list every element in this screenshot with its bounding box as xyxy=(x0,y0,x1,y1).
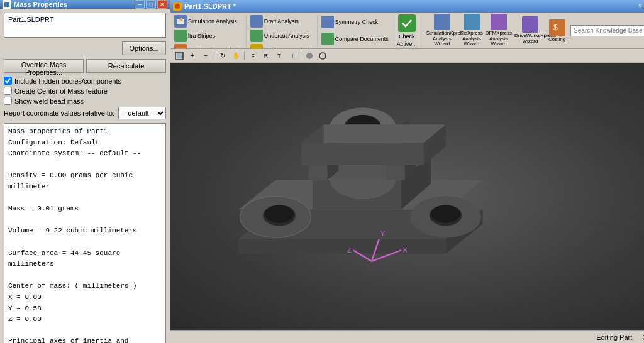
floxpress-icon xyxy=(464,14,480,30)
result-line: Mass = 0.01 grams xyxy=(8,204,162,215)
result-line xyxy=(8,237,162,248)
toolbar-divider xyxy=(214,52,214,60)
result-line xyxy=(8,325,162,337)
dialog-title: Mass Properties xyxy=(14,1,67,8)
svg-rect-6 xyxy=(177,53,182,58)
result-line: Coordinate system: -- default -- xyxy=(8,148,162,160)
ribbon-toolbar: Simulation Analysis ltra Stripes Parting… xyxy=(170,13,644,49)
maximize-button[interactable]: □ xyxy=(146,0,156,9)
zoom-fit-btn[interactable] xyxy=(173,50,186,62)
result-line: Principal axes of inertia and principal … xyxy=(8,336,162,343)
result-line xyxy=(8,193,162,204)
dfmxpress-wizard-btn[interactable]: DFMXpress Analysis Wizard xyxy=(486,14,512,47)
costing-btn[interactable]: $ Costing xyxy=(548,19,565,42)
undercut-analysis-label: Undercut Analysis xyxy=(264,33,309,39)
pan-btn[interactable]: ✋ xyxy=(230,50,242,62)
part-name-display: Part1.SLDPRT xyxy=(4,13,166,38)
parting-line-icon xyxy=(174,44,187,50)
create-center-label: Create Center of Mass feature xyxy=(14,87,108,95)
status-bar: Editing Part Custom ! xyxy=(170,330,644,343)
svg-point-19 xyxy=(431,205,460,222)
zoom-out-btn[interactable]: − xyxy=(199,50,212,62)
result-line xyxy=(8,215,162,226)
result-line: Center of mass: ( millimeters ) xyxy=(8,281,162,292)
draft-analysis-label: Draft Analysis xyxy=(264,18,299,24)
svg-text:X: X xyxy=(403,246,408,254)
svg-rect-0 xyxy=(4,2,9,7)
simulationxpress-wizard-btn[interactable]: SimulationXpress Analysis Wizard xyxy=(426,14,458,47)
svg-marker-10 xyxy=(238,239,445,254)
toolbar-divider2 xyxy=(244,52,245,60)
recalculate-button[interactable]: Recalculate xyxy=(86,59,166,73)
view-front-btn[interactable]: F xyxy=(247,50,259,62)
simulation-label: Simulation Analysis xyxy=(188,18,237,24)
result-line: Mass properties of Part1 xyxy=(8,126,162,138)
rotate-btn[interactable]: ↻ xyxy=(216,50,229,62)
draft-analysis-icon xyxy=(250,15,263,28)
svg-point-8 xyxy=(319,53,326,59)
editing-part-status: Editing Part xyxy=(596,334,632,341)
symmetry-check-btn[interactable]: Symmetry Check xyxy=(320,15,390,29)
svg-text:Z: Z xyxy=(347,246,352,254)
check-active-label2: Active... xyxy=(397,41,417,47)
view-iso-btn[interactable]: I xyxy=(286,50,299,62)
driveworksxpress-wizard-btn[interactable]: DriveWorksXpress Wizard xyxy=(514,16,546,45)
wireframe-btn[interactable] xyxy=(316,50,329,62)
dropdown-label: Report coordinate values relative to: xyxy=(4,109,114,117)
coordinate-dropdown[interactable]: -- default -- xyxy=(118,107,166,119)
app-title: Part1.SLDPRT * xyxy=(184,3,236,10)
draft-analysis-btn[interactable]: Draft Analysis xyxy=(249,14,313,28)
simulation-icon xyxy=(174,15,187,28)
simxpress-icon xyxy=(434,14,450,30)
options-button[interactable]: Options... xyxy=(122,41,166,55)
create-center-checkbox[interactable] xyxy=(4,87,12,95)
create-center-checkbox-row: Create Center of Mass feature xyxy=(4,87,166,95)
parting-line-btn[interactable]: Parting Line Analysis xyxy=(173,43,242,50)
check-active-label: Check xyxy=(399,33,415,40)
results-area: Mass properties of Part1 Configuration: … xyxy=(4,123,166,343)
driveworks-icon xyxy=(522,16,538,33)
show-weld-checkbox[interactable] xyxy=(4,97,12,105)
zoom-in-btn[interactable]: + xyxy=(186,50,199,62)
include-hidden-label: Include hidden bodies/components xyxy=(14,77,121,85)
result-line: Y = 0.58 xyxy=(8,303,162,315)
dialog-title-bar: Mass Properties ─ □ ✕ xyxy=(0,0,170,9)
svg-point-17 xyxy=(265,205,294,222)
part-3d-svg: X Y Z xyxy=(183,69,560,320)
include-hidden-checkbox[interactable] xyxy=(4,77,12,85)
simulation-analysis-btn[interactable]: Simulation Analysis xyxy=(173,14,242,28)
result-line: Volume = 9.22 cubic millimeters xyxy=(8,226,162,237)
result-line xyxy=(8,270,162,281)
simxpress-label: SimulationXpress Analysis Wizard xyxy=(426,31,458,47)
toolbar-divider3 xyxy=(301,52,301,60)
dialog-icon xyxy=(3,0,11,9)
show-weld-checkbox-row: Show weld bead mass xyxy=(4,97,166,105)
close-button[interactable]: ✕ xyxy=(157,0,167,9)
compare-docs-label: Compare Documents xyxy=(335,36,389,42)
3d-viewport[interactable]: X Y Z ⚙ □ 👁 ✂ ↗ 💡 🎨 xyxy=(170,63,644,330)
app-search-icon[interactable]: 🔍 xyxy=(636,2,644,11)
ultra-stripes-label: ltra Stripes xyxy=(188,33,215,39)
shaded-view-btn[interactable] xyxy=(303,50,316,62)
search-input[interactable] xyxy=(570,25,644,36)
ultra-stripes-btn[interactable]: ltra Stripes xyxy=(173,29,242,43)
symmetry-check-icon xyxy=(321,16,334,28)
undercut-analysis-btn[interactable]: Undercut Analysis xyxy=(249,29,313,43)
result-line: X = 0.00 xyxy=(8,292,162,303)
view-right-btn[interactable]: R xyxy=(260,50,272,62)
override-mass-button[interactable]: Override Mass Properties... xyxy=(4,59,84,73)
floxpress-wizard-btn[interactable]: FloXpress Analysis Wizard xyxy=(460,14,483,47)
compare-documents-btn[interactable]: Compare Documents xyxy=(320,32,390,46)
include-hidden-checkbox-row: Include hidden bodies/components xyxy=(4,77,166,85)
mass-properties-dialog: Mass Properties ─ □ ✕ Part1.SLDPRT Optio… xyxy=(0,0,170,330)
minimize-button[interactable]: ─ xyxy=(135,0,145,9)
compare-docs-icon xyxy=(321,33,334,45)
secondary-toolbar: + − ↻ ✋ F R T I xyxy=(170,49,644,63)
result-line: Surface area = 44.45 square millimeters xyxy=(8,248,162,270)
costing-label: Costing xyxy=(548,36,565,42)
thickness-analysis-btn[interactable]: Thickness Analysis xyxy=(249,43,313,50)
view-top-btn[interactable]: T xyxy=(273,50,286,62)
dfmxpress-icon xyxy=(491,14,507,30)
svg-marker-38 xyxy=(301,143,423,165)
app-title-bar: Part1.SLDPRT * 🔍 ? ─ □ ✕ xyxy=(170,0,644,13)
